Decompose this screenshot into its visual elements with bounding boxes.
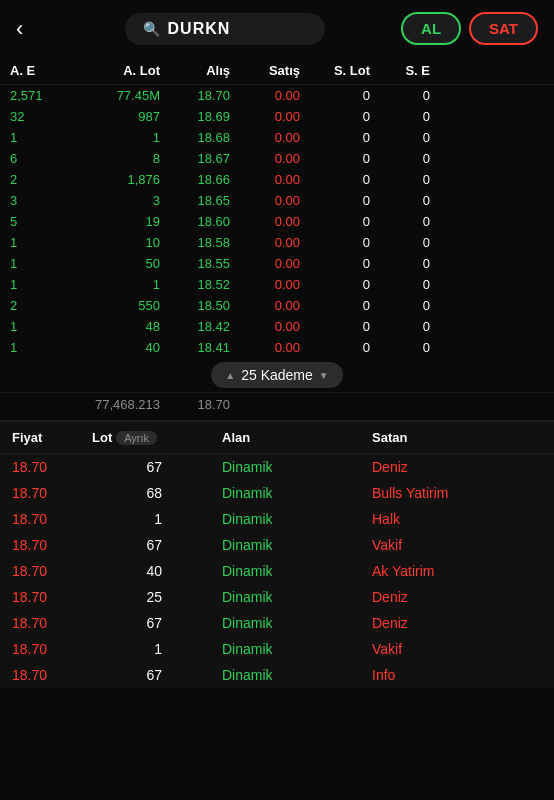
tx-fiyat: 18.70 — [12, 511, 92, 527]
transaction-row: 18.70 68 Dinamik Bulls Yatirim — [0, 480, 554, 506]
ob-ae: 6 — [10, 151, 70, 166]
search-value: DURKN — [168, 20, 231, 38]
ob-ae: 1 — [10, 340, 70, 355]
kademe-button[interactable]: ▲ 25 Kademe ▼ — [211, 362, 342, 388]
ob-alis: 18.58 — [160, 235, 230, 250]
tx-alan: Dinamik — [222, 537, 372, 553]
tx-alan: Dinamik — [222, 589, 372, 605]
ob-alis: 18.55 — [160, 256, 230, 271]
transaction-row: 18.70 67 Dinamik Deniz — [0, 610, 554, 636]
ob-se: 0 — [370, 340, 430, 355]
tx-fiyat: 18.70 — [12, 537, 92, 553]
tx-alan: Dinamik — [222, 641, 372, 657]
ob-ae: 2 — [10, 172, 70, 187]
tx-fiyat: 18.70 — [12, 615, 92, 631]
ob-ae: 32 — [10, 109, 70, 124]
ob-alis: 18.52 — [160, 277, 230, 292]
tx-fiyat: 18.70 — [12, 667, 92, 683]
tx-lot: 40 — [92, 563, 172, 579]
ob-slot: 0 — [300, 172, 370, 187]
ob-satis: 0.00 — [230, 109, 300, 124]
tx-lot: 67 — [92, 537, 172, 553]
ob-alis: 18.41 — [160, 340, 230, 355]
transaction-row: 18.70 67 Dinamik Deniz — [0, 454, 554, 480]
sat-button[interactable]: SAT — [469, 12, 538, 45]
ob-se: 0 — [370, 193, 430, 208]
ob-alis: 18.68 — [160, 130, 230, 145]
ob-slot: 0 — [300, 319, 370, 334]
ob-ae: 1 — [10, 130, 70, 145]
ob-alis: 18.42 — [160, 319, 230, 334]
ob-satis: 0.00 — [230, 151, 300, 166]
tx-alan: Dinamik — [222, 615, 372, 631]
ob-satis: 0.00 — [230, 298, 300, 313]
order-book-row: 1 10 18.58 0.00 0 0 — [0, 232, 554, 253]
summary-se — [370, 397, 430, 412]
search-bar[interactable]: 🔍 DURKN — [125, 13, 325, 45]
ob-alis: 18.69 — [160, 109, 230, 124]
tx-lot: 67 — [92, 615, 172, 631]
ob-slot: 0 — [300, 298, 370, 313]
tx-col-satan: Satan — [372, 430, 522, 445]
order-book-row: 1 40 18.41 0.00 0 0 — [0, 337, 554, 358]
tx-spacer — [172, 641, 222, 657]
header-actions: AL SAT — [401, 12, 538, 45]
tx-satan: Info — [372, 667, 522, 683]
tx-spacer — [172, 667, 222, 683]
ob-ae: 1 — [10, 256, 70, 271]
search-icon: 🔍 — [143, 21, 160, 37]
ob-slot: 0 — [300, 256, 370, 271]
tx-alan: Dinamik — [222, 459, 372, 475]
tx-satan: Deniz — [372, 459, 522, 475]
tx-lot: 1 — [92, 511, 172, 527]
ob-satis: 0.00 — [230, 256, 300, 271]
ob-ae: 2,571 — [10, 88, 70, 103]
ob-se: 0 — [370, 88, 430, 103]
order-book-summary: 77,468.213 18.70 — [0, 392, 554, 420]
tx-satan: Deniz — [372, 615, 522, 631]
ob-satis: 0.00 — [230, 277, 300, 292]
tx-satan: Deniz — [372, 589, 522, 605]
col-se: S. E — [370, 63, 430, 78]
al-button[interactable]: AL — [401, 12, 461, 45]
ob-satis: 0.00 — [230, 319, 300, 334]
order-book-row: 6 8 18.67 0.00 0 0 — [0, 148, 554, 169]
ob-se: 0 — [370, 235, 430, 250]
transactions-section: Fiyat Lot Ayrık Alan Satan 18.70 67 Dina… — [0, 420, 554, 688]
tx-alan: Dinamik — [222, 485, 372, 501]
transaction-row: 18.70 40 Dinamik Ak Yatirim — [0, 558, 554, 584]
ob-se: 0 — [370, 256, 430, 271]
ob-alot: 19 — [70, 214, 160, 229]
ob-alis: 18.50 — [160, 298, 230, 313]
ob-se: 0 — [370, 277, 430, 292]
summary-alis: 18.70 — [160, 397, 230, 412]
order-book-row: 2 1,876 18.66 0.00 0 0 — [0, 169, 554, 190]
order-book: A. E A. Lot Alış Satış S. Lot S. E 2,571… — [0, 57, 554, 420]
col-alot: A. Lot — [70, 63, 160, 78]
tx-lot: 25 — [92, 589, 172, 605]
chevron-up-icon: ▲ — [225, 370, 235, 381]
ob-alis: 18.65 — [160, 193, 230, 208]
order-book-row: 1 1 18.52 0.00 0 0 — [0, 274, 554, 295]
ob-alis: 18.70 — [160, 88, 230, 103]
ob-se: 0 — [370, 109, 430, 124]
tx-lot: 67 — [92, 667, 172, 683]
ob-satis: 0.00 — [230, 130, 300, 145]
ob-satis: 0.00 — [230, 172, 300, 187]
tx-spacer — [172, 537, 222, 553]
tx-spacer — [172, 563, 222, 579]
ob-slot: 0 — [300, 340, 370, 355]
order-book-header: A. E A. Lot Alış Satış S. Lot S. E — [0, 57, 554, 85]
tx-spacer — [172, 485, 222, 501]
tx-fiyat: 18.70 — [12, 485, 92, 501]
ob-ae: 1 — [10, 319, 70, 334]
tx-fiyat: 18.70 — [12, 589, 92, 605]
transaction-rows: 18.70 67 Dinamik Deniz 18.70 68 Dinamik … — [0, 454, 554, 688]
back-button[interactable]: ‹ — [16, 16, 48, 42]
ob-satis: 0.00 — [230, 88, 300, 103]
tx-lot: 1 — [92, 641, 172, 657]
ob-slot: 0 — [300, 151, 370, 166]
tx-spacer — [172, 615, 222, 631]
ob-ae: 5 — [10, 214, 70, 229]
ob-slot: 0 — [300, 277, 370, 292]
